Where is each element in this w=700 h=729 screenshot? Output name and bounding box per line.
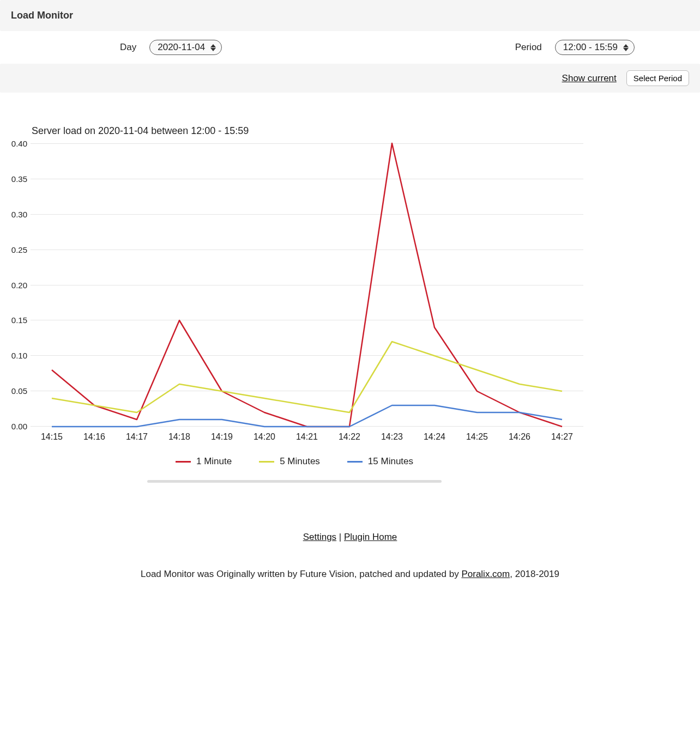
- y-tick-label: 0.10: [5, 351, 27, 360]
- y-tick-label: 0.35: [5, 174, 27, 183]
- controls-row: Day 2020-11-04 Period 12:00 - 15:59: [0, 31, 700, 64]
- actions-bar: Show current Select Period: [0, 64, 700, 93]
- chart-title: Server load on 2020-11-04 between 12:00 …: [32, 125, 695, 137]
- x-tick-label: 14:17: [116, 432, 158, 442]
- show-current-link[interactable]: Show current: [562, 73, 617, 84]
- day-select[interactable]: 2020-11-04: [149, 40, 222, 55]
- series-line: [52, 143, 562, 427]
- chart-legend: 1 Minute 5 Minutes 15 Minutes: [5, 456, 583, 467]
- day-select-value: 2020-11-04: [158, 42, 205, 53]
- day-label: Day: [120, 42, 136, 53]
- y-tick-label: 0.00: [5, 422, 27, 431]
- select-period-button[interactable]: Select Period: [626, 70, 689, 86]
- title-bar: Load Monitor: [0, 0, 700, 31]
- credit-text: , 2018-2019: [510, 569, 559, 579]
- poralix-link[interactable]: Poralix.com: [461, 569, 510, 579]
- legend-swatch: [259, 461, 274, 463]
- footer-links: Settings | Plugin Home: [0, 532, 700, 543]
- x-tick-label: 14:25: [456, 432, 498, 442]
- footer: Settings | Plugin Home Load Monitor was …: [0, 532, 700, 602]
- legend-item-15min: 15 Minutes: [347, 456, 413, 467]
- period-select-value: 12:00 - 15:59: [563, 42, 618, 53]
- legend-label: 5 Minutes: [280, 456, 320, 467]
- y-tick-label: 0.20: [5, 280, 27, 289]
- svg-marker-2: [623, 44, 629, 47]
- x-tick-label: 14:19: [201, 432, 243, 442]
- legend-item-1min: 1 Minute: [176, 456, 232, 467]
- plugin-home-link[interactable]: Plugin Home: [344, 532, 397, 542]
- x-axis: 14:1514:1614:1714:1814:1914:2014:2114:22…: [31, 432, 583, 442]
- svg-marker-0: [210, 44, 216, 47]
- x-tick-label: 14:15: [31, 432, 73, 442]
- y-tick-label: 0.40: [5, 139, 27, 148]
- legend-label: 15 Minutes: [368, 456, 413, 467]
- y-tick-label: 0.15: [5, 315, 27, 325]
- period-label: Period: [515, 42, 542, 53]
- x-tick-label: 14:18: [158, 432, 201, 442]
- chart-container: 0.000.050.100.150.200.250.300.350.40 14:…: [5, 143, 583, 483]
- chevron-updown-icon: [623, 44, 629, 51]
- svg-marker-1: [210, 48, 216, 51]
- separator: |: [336, 532, 344, 542]
- settings-link[interactable]: Settings: [303, 532, 336, 542]
- x-tick-label: 14:22: [328, 432, 371, 442]
- x-tick-label: 14:23: [371, 432, 413, 442]
- x-tick-label: 14:21: [286, 432, 328, 442]
- y-tick-label: 0.25: [5, 245, 27, 254]
- series-line: [52, 342, 562, 412]
- credit-text: Load Monitor was Originally written by F…: [141, 569, 461, 579]
- legend-swatch: [347, 461, 363, 463]
- legend-swatch: [176, 461, 191, 463]
- x-tick-label: 14:24: [413, 432, 456, 442]
- svg-marker-3: [623, 48, 629, 51]
- period-select[interactable]: 12:00 - 15:59: [555, 40, 635, 55]
- chevron-updown-icon: [210, 44, 216, 51]
- legend-item-5min: 5 Minutes: [259, 456, 320, 467]
- y-tick-label: 0.30: [5, 209, 27, 218]
- x-tick-label: 14:27: [541, 432, 583, 442]
- chart-area: Server load on 2020-11-04 between 12:00 …: [0, 93, 700, 488]
- chart-plot: 0.000.050.100.150.200.250.300.350.40: [31, 143, 583, 427]
- chart-scrollbar[interactable]: [147, 480, 442, 483]
- y-tick-label: 0.05: [5, 386, 27, 396]
- legend-label: 1 Minute: [196, 456, 232, 467]
- footer-credit: Load Monitor was Originally written by F…: [0, 569, 700, 580]
- x-tick-label: 14:16: [73, 432, 116, 442]
- page-title: Load Monitor: [11, 10, 689, 21]
- x-tick-label: 14:20: [243, 432, 286, 442]
- x-tick-label: 14:26: [498, 432, 541, 442]
